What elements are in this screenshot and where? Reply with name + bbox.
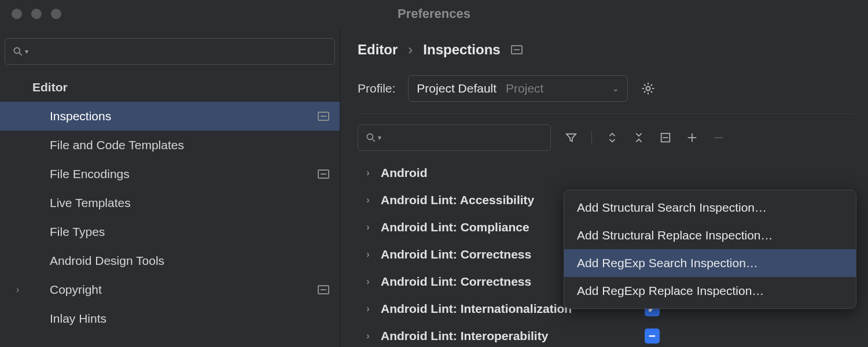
profile-scope: Project: [506, 82, 543, 95]
sidebar: ▾ Editor Inspections File and Code Templ…: [0, 28, 340, 347]
inspection-label: Android Lint: Interoperability: [381, 329, 548, 343]
close-window-button[interactable]: [12, 9, 22, 19]
window-controls: [0, 9, 61, 19]
inspection-label: Android Lint: Correctness: [381, 248, 531, 261]
chevron-right-icon: ›: [363, 168, 373, 178]
sidebar-item-copyright[interactable]: › Copyright: [0, 275, 340, 304]
sidebar-item-inlay-hints[interactable]: Inlay Hints: [0, 304, 340, 333]
chevron-down-icon: ▾: [25, 47, 28, 56]
popup-item-structural-search[interactable]: Add Structural Search Inspection…: [564, 194, 856, 222]
popup-item-regexp-search[interactable]: Add RegExp Search Inspection…: [564, 249, 856, 277]
remove-inspection-button[interactable]: [712, 131, 725, 144]
zoom-window-button[interactable]: [51, 9, 61, 19]
inspection-label: Android: [381, 166, 427, 180]
add-inspection-button[interactable]: [686, 131, 698, 144]
profile-row: Profile: Project Default Project ⌄: [358, 75, 854, 114]
inspection-label: Android Lint: Internationalization: [381, 302, 572, 316]
separator: [591, 131, 592, 145]
search-icon: [365, 132, 377, 143]
chevron-right-icon: ›: [363, 304, 373, 314]
inspection-label: Android Lint: Correctness: [381, 275, 531, 289]
project-scope-icon: [318, 285, 329, 294]
minimize-window-button[interactable]: [31, 9, 42, 19]
toolbar-icons: [565, 131, 725, 145]
chevron-down-icon: ⌄: [612, 84, 619, 93]
popup-item-label: Add Structural Replace Inspection…: [577, 228, 773, 242]
sidebar-item-file-code-templates[interactable]: File and Code Templates: [0, 131, 340, 160]
chevron-right-icon: ›: [363, 249, 373, 260]
inspection-label: Android Lint: Compliance: [381, 220, 529, 234]
breadcrumb-separator: ›: [408, 42, 413, 58]
inspections-search-input[interactable]: ▾: [358, 124, 551, 151]
sidebar-tree: Editor Inspections File and Code Templat…: [0, 73, 340, 333]
chevron-right-icon: ›: [363, 195, 373, 205]
popup-item-label: Add RegExp Replace Inspection…: [577, 284, 764, 298]
reset-button[interactable]: [659, 131, 672, 144]
sidebar-item-file-encodings[interactable]: File Encodings: [0, 160, 340, 189]
profile-label: Profile:: [358, 82, 395, 95]
sidebar-item-label: Android Design Tools: [50, 254, 164, 268]
sidebar-item-label: Live Templates: [50, 196, 131, 210]
popup-item-label: Add Structural Search Inspection…: [577, 201, 767, 215]
sidebar-item-label: Inlay Hints: [50, 312, 106, 326]
project-scope-icon: [318, 169, 329, 179]
inspection-category[interactable]: › Android: [358, 159, 868, 186]
breadcrumb-part: Inspections: [423, 42, 500, 58]
inspection-checkbox[interactable]: −: [645, 328, 660, 344]
content-pane: Editor › Inspections Profile: Project De…: [340, 28, 868, 347]
expand-all-button[interactable]: [606, 131, 619, 144]
svg-line-4: [373, 139, 375, 142]
inspection-label: Android Lint: Accessibility: [381, 193, 534, 207]
sidebar-item-android-design-tools[interactable]: Android Design Tools: [0, 246, 340, 275]
project-scope-icon: [318, 112, 329, 121]
svg-point-0: [14, 47, 20, 53]
chevron-right-icon: ›: [363, 276, 373, 287]
chevron-right-icon: ›: [363, 222, 373, 232]
svg-point-2: [646, 87, 650, 91]
chevron-down-icon: ▾: [378, 134, 381, 142]
sidebar-item-label: File Types: [50, 225, 105, 239]
profile-settings-button[interactable]: [641, 81, 656, 96]
svg-point-3: [367, 134, 373, 139]
main-area: ▾ Editor Inspections File and Code Templ…: [0, 28, 868, 347]
profile-combobox[interactable]: Project Default Project ⌄: [408, 75, 628, 102]
search-icon: [12, 46, 24, 57]
window-title: Preferences: [398, 6, 470, 21]
sidebar-item-label: Copyright: [50, 283, 102, 297]
chevron-right-icon: ›: [363, 331, 373, 341]
sidebar-item-live-templates[interactable]: Live Templates: [0, 189, 340, 217]
popup-item-label: Add RegExp Search Inspection…: [577, 256, 758, 270]
profile-selected: Project Default: [417, 82, 496, 95]
breadcrumb: Editor › Inspections: [358, 42, 868, 58]
collapse-all-button[interactable]: [632, 131, 645, 144]
add-inspection-popup: Add Structural Search Inspection… Add St…: [564, 190, 856, 309]
project-scope-icon: [511, 45, 523, 54]
sidebar-item-inspections[interactable]: Inspections: [0, 102, 340, 131]
svg-line-1: [20, 53, 22, 56]
inspections-toolbar: ▾: [358, 124, 868, 151]
sidebar-item-editor[interactable]: Editor: [0, 73, 340, 102]
breadcrumb-part: Editor: [358, 42, 398, 58]
sidebar-item-label: Inspections: [50, 109, 111, 123]
sidebar-item-label: File Encodings: [50, 167, 130, 181]
popup-item-regexp-replace[interactable]: Add RegExp Replace Inspection…: [564, 277, 856, 305]
inspection-category[interactable]: › Android Lint: Interoperability −: [358, 322, 868, 347]
sidebar-item-label: Editor: [32, 80, 68, 94]
sidebar-item-file-types[interactable]: File Types: [0, 217, 340, 246]
sidebar-item-label: File and Code Templates: [50, 138, 184, 152]
sidebar-search-input[interactable]: ▾: [5, 38, 335, 65]
popup-item-structural-replace[interactable]: Add Structural Replace Inspection…: [564, 222, 856, 249]
titlebar: Preferences: [0, 0, 868, 28]
filter-button[interactable]: [565, 131, 578, 144]
chevron-right-icon: ›: [16, 285, 19, 295]
